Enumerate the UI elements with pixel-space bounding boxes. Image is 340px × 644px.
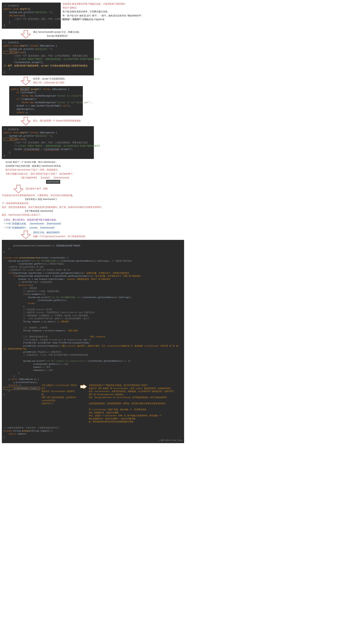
anno-right: 所以，DatagramSocket 和 ServerSocket 是不能提前释放… [89,396,182,399]
text-line: 换句话来说 ServerSocket 只做了一件事，就是接电话。 [6,168,184,172]
svg-marker-3 [14,185,23,193]
section-5: accept 返回了一个 Socket 对象，称为 clientSocket， … [6,160,184,184]
arrow-label: 【accept 就是接电话】 [33,34,81,38]
arrow-down-icon [20,116,31,126]
anno-left: 这是为什么？ [42,402,78,405]
text-line: 后续和客户端之间的沟通，都是通过 clientSocket 来完成。 [6,164,184,168]
text-line: 【这个教练就是 clientSocket】 [24,209,184,213]
text-line: accept 返回了一个 Socket 对象，称为 clientSocket， [6,160,184,164]
arrow-section-4: 我们来举个例子：销售 [13,184,184,193]
note: 服务器 “一按接听”，才能接受客户端的申请 [63,18,184,21]
arrow-label: 按住 Ctrl，点击accept 进入原码 [33,81,67,84]
anno-right: UDP 的 DatagramSocket 也是如此。 [89,393,182,396]
arrow-section-5: 回到主主线，继续完善程序。 创建一个方法processConnection，专门… [20,230,184,239]
text-line: 之所以，要分成2部分，就是因为要与客户端建立链接。 [4,218,184,222]
anno-right: 关闭的目的是为了"释放资源"的前提，是已经不再使用这个资源了。 [89,384,182,387]
text-line: 【发传单的人 就是 listenSocket 】 [24,198,184,201]
tag-listensocket: listenSocket [46,180,60,184]
arrow-label: 我们来举个例子：销售 [26,187,48,190]
note: 类似于 接电话。 [63,6,184,10]
svg-marker-1 [21,77,30,85]
watermark: CSDN @Dark And Gray [159,439,182,442]
anno-right: 而 clientSocket 是每个连接，都会创建一个。所以数目很多 [89,408,182,411]
text-line: 与客户端建立连接之后，"业务"就交给"其他人"负责了，就没他的事了。 [6,172,184,176]
note: 也就是说 服务器要先和客户端建立连接，才能读取客户端的请求。 [63,2,184,6]
arrow-label: 那么，我们就需要一个 Socket 类型的变量来接收 [33,119,81,122]
svg-marker-2 [21,117,30,125]
section-1: // 启动服务器 public void start(){ System.out… [2,2,184,30]
arrow-down-icon [20,30,31,39]
svg-marker-4 [21,231,30,239]
note: 即：客户端 先对 服务器 进行 “拨号”，一拨号，服务器这边就开始 “播放来电铃… [63,14,184,18]
svg-marker-0 [21,30,30,38]
note: 客户端 给服务器发送请求，它需要先建立连接。 [63,10,184,14]
arrow-down-icon [13,184,24,193]
anno-right: 所以，这里的 clientSocket 在每一次 客户端建立连接的时候，都会创建… [89,414,182,418]
code-block-4: // 启动服务器 public void start() throws IOEx… [2,126,94,159]
arrow-label: 创建一个方法processConnection，专门用来处理连接 [33,235,85,238]
text-line: 下一秒你就带到某某俱乐部。 [2,202,184,205]
text-line: 然后，把你交给某某教练，说这个教练是我们的健身顾问。接下来，由他向你详细的介绍项… [2,206,184,209]
anno-right: 但是对于 UDP 的程序 和 ServerSocket，这些 socket 都是… [89,387,182,390]
anno-right: 并且 连接断开后，也就不在需要。 [89,411,182,414]
arrow-label: 通过 ServerSocket的 accept 方法，来建立连接。 [33,30,81,34]
arrow-down-icon [20,76,31,85]
text-line: 随后，listenSocket又回到接上拉客去了。 [2,213,184,217]
text-line: 不知道你们有没有遇到那种发传单，只要搭理你，并且对他介绍很感兴趣。 [2,194,184,197]
anno-right: 比如：ServerSocket，从程序启动开始，就被创建，什么时候不用？服务器关… [89,390,182,393]
anno-right: 故，每次都得保证每次处理完的连接都能进行释放。 [89,420,182,424]
anno-left: 为什么指针对 clientSocket 特意关闭？ [42,384,78,390]
section-7: 之所以，要分成2部分，就是因为要与客户端建立链接。 一个专门负责建立连接。（Se… [4,218,184,230]
code-block-2: // 启动服务器 public void start() throws IOEx… [2,39,94,76]
arrow-label: 还没完，accept 方法是返回值的。 [33,77,67,80]
arrow-down-icon [20,230,31,239]
anno-left: 而且对于 ServerSocket 就没有关闭。 [42,390,78,396]
arrow-section-1: 通过 ServerSocket的 accept 方法，来建立连接。 【accep… [20,30,184,39]
anno-right: 每次连接断开后，也就不在需要了，因此必不断积累。 [89,418,182,420]
anno-right: 这些资源最迟最迟，就是跟随着进程一起释放。别忘我们进程才是系统分配资源的单位 [89,402,182,405]
anno-left: 同时 UDP 版本的代码里，也没有针对 socket的关闭。 [42,396,78,402]
arrow-label: 回到主主线，继续完善程序。 [33,231,85,234]
tags-line: 【客户端的申请】 【socket】 【ServerSocket】 [6,176,184,180]
arrow-section-2: 还没完，accept 方法是返回值的。 按住 Ctrl，点击accept 进入原… [20,76,184,85]
arrow-right-icon [80,384,87,390]
code-block-3: public Socket accept() throws IOExceptio… [9,86,83,116]
arrow-section-3: 那么，我们就需要一个 Socket 类型的变量来接收 [20,116,184,126]
section-6: 不知道你们有没有遇到那种发传单，只要搭理你，并且对他介绍很感兴趣。 【发传单的人… [2,194,184,217]
text-line: 一个专门负责数据同行。（Socket）【clientSocket】 [4,226,184,230]
code-block-big: processConnection(clientSocket);// 处理连接成… [2,240,184,443]
text-line: 一个专门负责建立连接。（ServerSocket）【listenSocket】 [4,222,184,226]
code-block-1: // 启动服务器 public void start(){ System.out… [2,2,61,29]
svg-marker-5 [81,384,87,389]
